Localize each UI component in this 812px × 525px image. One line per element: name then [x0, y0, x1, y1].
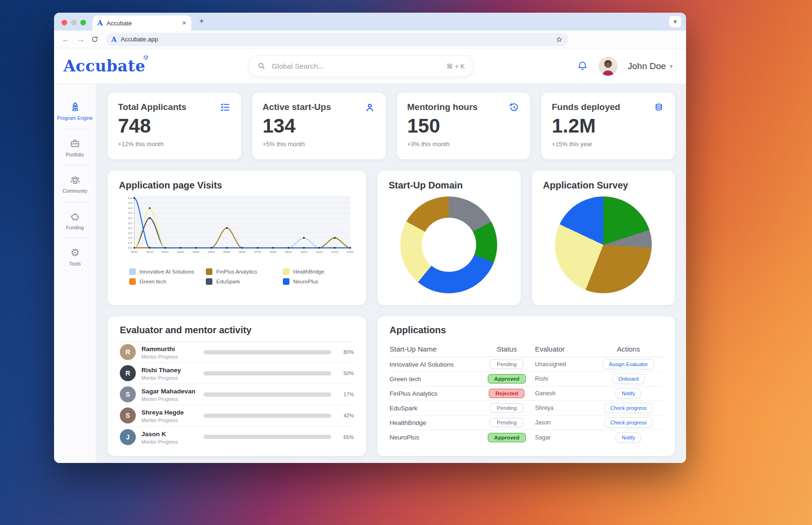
evaluator-name: Jason — [535, 419, 594, 426]
evaluator-name: Ganesh — [535, 390, 594, 397]
close-tab-icon[interactable]: ✕ — [182, 20, 187, 26]
progress-bar — [203, 392, 331, 397]
close-window-button[interactable] — [62, 20, 67, 25]
stat-delta: +3% this month — [407, 141, 520, 148]
startup-name: FinPlus Analytics — [390, 390, 478, 397]
back-icon[interactable]: ← — [61, 35, 71, 44]
sidebar-item-tools[interactable]: ⚙ Tools — [54, 243, 96, 274]
sidebar-divider — [62, 202, 88, 202]
sidebar-item-funding[interactable]: Funding — [54, 207, 96, 237]
table-row: Innovative AI Solutions Pending Unassign… — [390, 357, 663, 372]
app-logo[interactable]: Accubate — [63, 57, 145, 75]
logo-cube-icon — [143, 55, 148, 60]
briefcase-icon — [69, 138, 81, 150]
donut-chart-card: Start-Up Domain — [377, 171, 521, 305]
svg-text:07/01: 07/01 — [254, 251, 262, 253]
pie-chart-title: Application Survey — [543, 180, 664, 191]
onboard-button[interactable]: Onboard — [612, 374, 645, 384]
table-row: HealthBridge Pending Jason Check progres… — [390, 415, 663, 430]
dashboard-main: Total Applicants 748 +12% this month Act… — [96, 84, 686, 463]
zoom-window-button[interactable] — [80, 20, 86, 25]
browser-window: A Accubate ✕ + ▼ ← → A Accubate.app Ac — [54, 13, 686, 463]
notify-button[interactable]: Notify — [616, 432, 641, 443]
activity-row: J Jason K Mentor Progress 65% — [120, 426, 354, 447]
sidebar-item-portfolio[interactable]: Portfolio — [54, 134, 96, 165]
piggy-bank-icon — [69, 211, 81, 223]
evaluator-name: Shreya — [535, 405, 594, 411]
assign-evaluator-button[interactable]: Assign Evaluator — [603, 359, 654, 369]
url-favicon: A — [111, 36, 117, 43]
reload-icon[interactable] — [91, 35, 101, 43]
avatar: J — [120, 429, 136, 445]
tabstrip-chevron-down-icon[interactable]: ▼ — [669, 16, 681, 27]
person-role: Mentor Progress — [141, 375, 198, 381]
people-icon — [69, 174, 81, 186]
progress-percent: 80% — [337, 349, 354, 355]
sidebar: Program Engine Portfolio — [54, 84, 96, 463]
notify-button[interactable]: Notify — [616, 388, 641, 399]
svg-text:05/01: 05/01 — [223, 251, 231, 253]
progress-bar — [203, 414, 331, 418]
sidebar-divider — [62, 129, 88, 129]
person-name: Rammurthi — [141, 345, 175, 353]
svg-text:30/12: 30/12 — [131, 251, 138, 253]
new-tab-button[interactable]: + — [196, 16, 207, 27]
line-chart-title: Application page Visits — [119, 180, 355, 191]
startup-name: Green tech — [390, 376, 478, 383]
search-input[interactable] — [272, 62, 441, 71]
progress-percent: 17% — [337, 392, 354, 397]
stat-value: 150 — [407, 116, 520, 136]
progress-percent: 42% — [337, 413, 354, 418]
stat-card-total-applicants: Total Applicants 748 +12% this month — [108, 93, 241, 159]
rocket-icon — [69, 101, 81, 113]
app-header: Accubate ⌘ + K — [54, 48, 686, 84]
applications-card: Applications Start-Up Name Status Evalua… — [377, 316, 675, 456]
donut-chart-title: Start-Up Domain — [389, 180, 509, 191]
forward-icon[interactable]: → — [76, 35, 86, 44]
activity-row: R Rishi Thaney Mentor Progress 50% — [120, 363, 354, 384]
col-startup-name: Start-Up Name — [390, 345, 478, 353]
sidebar-item-program-engine[interactable]: Program Engine — [54, 97, 96, 128]
user-icon — [364, 102, 375, 113]
search-icon — [257, 62, 266, 71]
stat-title: Total Applicants — [118, 102, 187, 112]
minimize-window-button[interactable] — [71, 20, 77, 25]
check-progress-button[interactable]: Check progress — [604, 403, 653, 413]
stat-title: Active start-Ups — [263, 102, 331, 112]
avatar: R — [120, 365, 136, 381]
bookmark-star-icon[interactable] — [555, 36, 563, 43]
legend-item: HealthBridge — [283, 268, 355, 275]
svg-text:10/01: 10/01 — [300, 251, 308, 253]
legend-item: EduSpark — [206, 278, 278, 285]
avatar: R — [120, 344, 136, 360]
startup-name: NeuroPlus — [390, 434, 478, 441]
legend-item: Innovative AI Solutions — [129, 268, 201, 275]
sidebar-label: Community — [62, 188, 87, 194]
status-badge: Rejected — [489, 389, 524, 398]
stat-value: 748 — [118, 116, 231, 136]
sidebar-item-community[interactable]: Community — [54, 170, 96, 201]
svg-text:08/01: 08/01 — [270, 251, 277, 253]
browser-tab[interactable]: A Accubate ✕ — [93, 16, 191, 31]
global-search[interactable]: ⌘ + K — [248, 55, 474, 77]
user-avatar[interactable] — [599, 57, 617, 76]
user-menu[interactable]: John Doe ▼ — [628, 61, 674, 71]
url-bar[interactable]: A Accubate.app — [106, 33, 569, 46]
line-chart-card: Application page Visits 0.00.51.01.52.02… — [108, 171, 366, 305]
svg-text:0.5: 0.5 — [128, 241, 132, 244]
startup-name: Innovative AI Solutions — [390, 361, 478, 368]
coins-icon — [653, 102, 664, 113]
user-chevron-down-icon: ▼ — [669, 63, 674, 69]
sidebar-label: Tools — [69, 261, 81, 267]
svg-text:02/01: 02/01 — [177, 251, 185, 253]
window-controls — [54, 20, 93, 31]
notification-bell-icon[interactable] — [577, 60, 588, 72]
col-evaluator: Evaluator — [535, 345, 594, 353]
status-badge: Approved — [488, 374, 526, 384]
svg-text:1.0: 1.0 — [128, 236, 132, 239]
check-progress-button[interactable]: Check progress — [604, 417, 653, 428]
legend-item: NeuroPlus — [283, 278, 355, 285]
pie-chart — [555, 196, 652, 293]
status-badge: Approved — [488, 433, 526, 442]
browser-tab-strip: A Accubate ✕ + ▼ — [54, 13, 686, 31]
